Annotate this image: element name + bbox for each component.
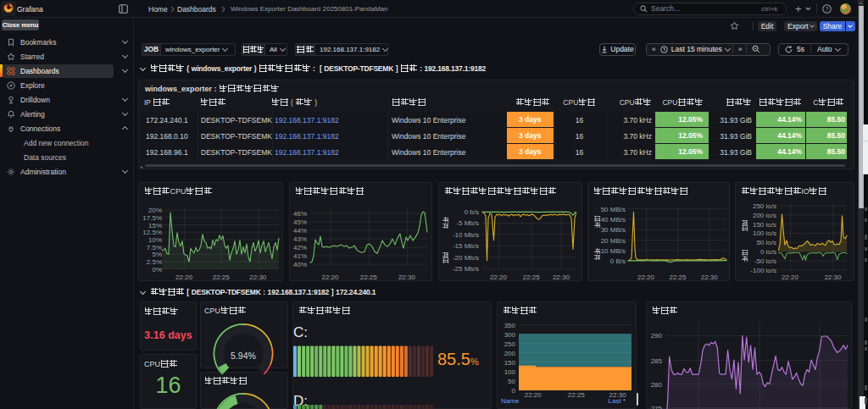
svg-text:?: ? bbox=[826, 5, 829, 11]
